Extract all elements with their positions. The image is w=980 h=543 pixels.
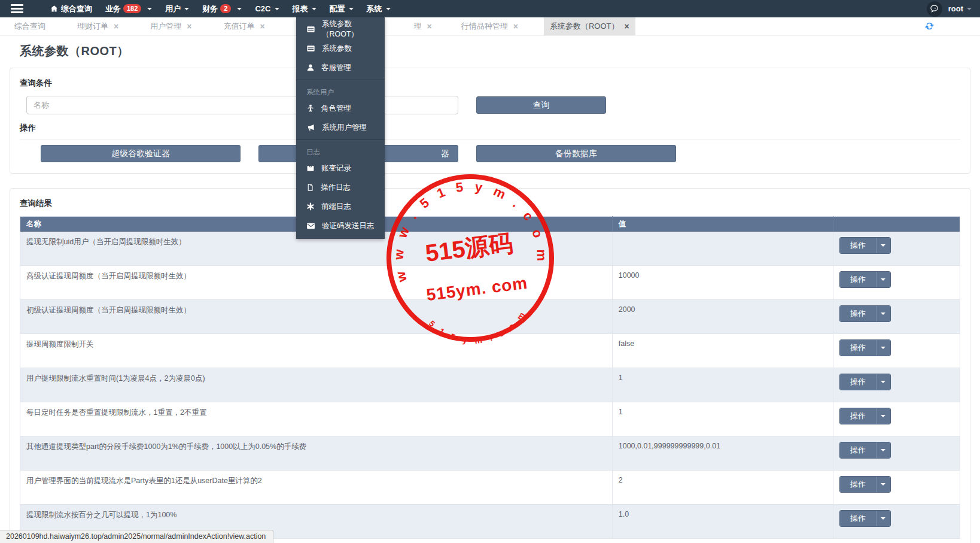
table-row: 高级认证提现周额度（当开启周提现限额时生效）10000操作 xyxy=(20,266,960,300)
row-action-dropdown-toggle[interactable] xyxy=(876,511,890,526)
row-action-split-button[interactable]: 操作 xyxy=(839,374,891,390)
tab-2[interactable]: 理财订单× xyxy=(71,17,124,35)
row-action-button[interactable]: 操作 xyxy=(840,306,876,321)
menu-item-label: 系统用户管理 xyxy=(322,123,367,133)
row-action-button[interactable]: 操作 xyxy=(840,442,876,458)
tab-7[interactable]: 行情品种管理× xyxy=(455,17,524,35)
menu-group-header: 系统用户 xyxy=(296,83,385,99)
close-icon[interactable]: × xyxy=(114,22,118,31)
row-action-button[interactable]: 操作 xyxy=(840,511,876,526)
row-action-split-button[interactable]: 操作 xyxy=(839,237,891,254)
param-name-cell: 初级认证提现周额度（当开启周提现限额时生效） xyxy=(20,300,613,334)
row-action-button[interactable]: 操作 xyxy=(840,340,876,356)
nav-item-2[interactable]: 用户 xyxy=(165,4,189,14)
op-button-label: 超级谷歌验证器 xyxy=(111,148,170,159)
close-icon[interactable]: × xyxy=(625,22,629,31)
row-action-dropdown-toggle[interactable] xyxy=(876,477,890,492)
notification-badge: 182 xyxy=(123,4,141,13)
menu-item-label: 操作日志 xyxy=(321,183,351,193)
divider xyxy=(20,139,960,139)
user-menu[interactable]: root xyxy=(948,4,972,13)
chevron-down-icon xyxy=(147,8,152,10)
param-value-cell: 2 xyxy=(612,471,833,505)
tab-1[interactable]: 综合查询 xyxy=(8,17,51,35)
menu-item[interactable]: 操作日志 xyxy=(296,178,385,197)
row-action-split-button[interactable]: 操作 xyxy=(839,305,891,322)
param-action-cell: 操作 xyxy=(833,266,960,300)
param-name-cell: 用户提现限制流水重置时间(1为凌晨4点，2为凌晨0点) xyxy=(20,368,613,402)
row-action-button[interactable]: 操作 xyxy=(840,477,876,492)
row-action-button[interactable]: 操作 xyxy=(840,238,876,253)
navbar-right: root xyxy=(927,0,972,17)
row-action-split-button[interactable]: 操作 xyxy=(839,442,891,459)
nav-item-6[interactable]: 配置 xyxy=(330,4,354,14)
menu-item[interactable]: 系统参数（ROOT） xyxy=(296,20,385,39)
menu-item[interactable]: 角色管理 xyxy=(296,99,385,118)
table-row: 初级认证提现周额度（当开启周提现限额时生效）2000操作 xyxy=(20,300,960,334)
chevron-down-icon xyxy=(881,313,885,315)
name-search-input[interactable] xyxy=(26,96,458,114)
row-action-split-button[interactable]: 操作 xyxy=(839,510,891,527)
nav-item-label: 用户 xyxy=(165,4,181,14)
nav-item-home[interactable]: 综合查询 xyxy=(50,4,92,14)
nav-item-3[interactable]: 财务2 xyxy=(202,4,242,14)
row-action-button[interactable]: 操作 xyxy=(840,272,876,287)
op-button-3[interactable]: 备份数据库 xyxy=(476,145,676,162)
close-icon[interactable]: × xyxy=(513,22,518,31)
param-action-cell: 操作 xyxy=(833,402,960,436)
param-action-cell: 操作 xyxy=(833,471,960,505)
row-action-split-button[interactable]: 操作 xyxy=(839,408,891,424)
param-action-cell: 操作 xyxy=(833,505,960,539)
nav-item-5[interactable]: 报表 xyxy=(293,4,316,14)
menu-item[interactable]: 前端日志 xyxy=(296,197,385,216)
refresh-icon[interactable] xyxy=(924,21,935,31)
menu-item[interactable]: 系统用户管理 xyxy=(296,118,385,137)
search-button[interactable]: 查询 xyxy=(476,96,606,114)
param-action-cell: 操作 xyxy=(833,436,960,471)
chat-button[interactable] xyxy=(927,1,942,17)
file-icon xyxy=(306,183,314,192)
menu-item-label: 账变记录 xyxy=(321,163,351,174)
user-icon xyxy=(306,63,315,72)
menu-item[interactable]: 系统参数 xyxy=(296,39,385,58)
op-button-1[interactable]: 超级谷歌验证器 xyxy=(41,145,241,162)
nav-item-1[interactable]: 业务182 xyxy=(105,4,152,14)
param-name-cell: 其他通道提现类型part的分段手续费1000为1%的手续费，1000以上为0.0… xyxy=(20,436,613,471)
tab-3[interactable]: 用户管理× xyxy=(144,17,197,35)
row-action-button[interactable]: 操作 xyxy=(840,408,876,424)
close-icon[interactable]: × xyxy=(427,22,432,31)
chevron-down-icon xyxy=(881,381,885,383)
row-action-button[interactable]: 操作 xyxy=(840,374,876,390)
nav-item-4[interactable]: C2C xyxy=(255,4,279,13)
table-header-row: 名称 值 xyxy=(20,217,960,232)
row-action-dropdown-toggle[interactable] xyxy=(876,340,890,356)
menu-item[interactable]: 验证码发送日志 xyxy=(296,216,385,235)
tab-8[interactable]: 系统参数（ROOT）× xyxy=(544,17,635,35)
row-action-dropdown-toggle[interactable] xyxy=(876,272,890,287)
menu-item[interactable]: 账变记录 xyxy=(296,159,385,178)
close-icon[interactable]: × xyxy=(260,22,264,31)
chevron-down-icon xyxy=(881,483,885,486)
param-name-cell: 每日定时任务是否重置提现限制流水，1重置，2不重置 xyxy=(20,402,613,436)
nav-item-label: 财务 xyxy=(202,4,218,14)
row-action-split-button[interactable]: 操作 xyxy=(839,476,891,493)
hamburger-menu-icon[interactable] xyxy=(11,4,23,13)
close-icon[interactable]: × xyxy=(187,22,191,31)
row-action-split-button[interactable]: 操作 xyxy=(839,271,891,288)
param-value-cell: 10000 xyxy=(612,266,833,300)
tab-4[interactable]: 充值订单× xyxy=(217,17,270,35)
menu-group-header: 日志 xyxy=(296,142,385,159)
nav-item-label: 配置 xyxy=(330,4,345,14)
row-action-split-button[interactable]: 操作 xyxy=(839,339,891,356)
nav-item-7[interactable]: 系统 xyxy=(367,4,391,14)
tab-label: 理 xyxy=(414,21,422,32)
menu-item[interactable]: 客服管理 xyxy=(296,58,385,77)
row-action-dropdown-toggle[interactable] xyxy=(876,442,890,458)
row-action-dropdown-toggle[interactable] xyxy=(876,408,890,424)
row-action-dropdown-toggle[interactable] xyxy=(876,374,890,390)
chevron-down-icon xyxy=(881,347,885,349)
results-card: 查询结果 名称 值 提现无限制uid用户（当开启周提现限额时生效）操作高级认证提… xyxy=(10,188,970,543)
row-action-dropdown-toggle[interactable] xyxy=(876,238,890,253)
chat-icon xyxy=(930,4,939,13)
row-action-dropdown-toggle[interactable] xyxy=(876,306,890,321)
